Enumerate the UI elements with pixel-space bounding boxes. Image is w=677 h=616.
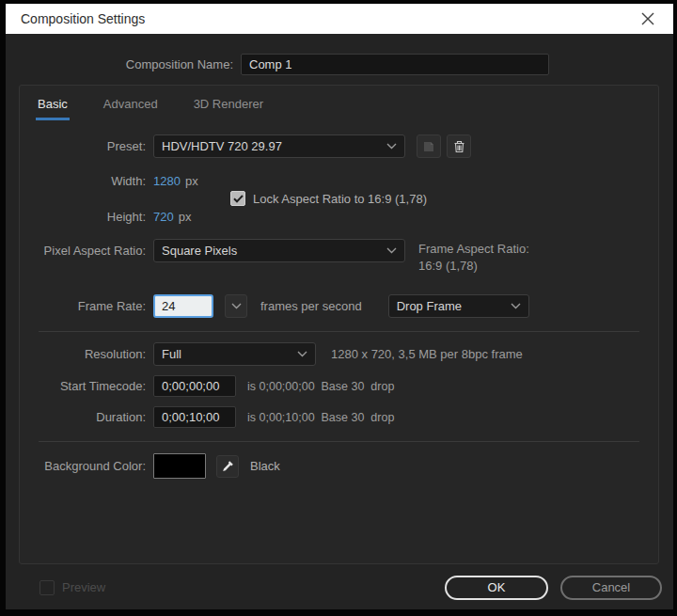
checkmark-icon <box>233 195 244 203</box>
frame-rate-label: Frame Rate: <box>31 299 146 313</box>
background-color-name: Black <box>250 459 280 473</box>
frame-aspect-ratio-label: Frame Aspect Ratio: <box>418 241 529 258</box>
preview-label: Preview <box>62 580 105 594</box>
preset-row: Preset: HDV/HDTV 720 29.97 <box>31 134 647 158</box>
dialog-title: Composition Settings <box>21 11 145 26</box>
frame-aspect-ratio-value: 16:9 (1,78) <box>418 258 529 275</box>
duration-row: Duration: is 0;00;10;00 Base 30 drop <box>31 406 647 428</box>
pixel-aspect-ratio-dropdown[interactable]: Square Pixels <box>153 239 405 262</box>
resolution-value: Full <box>162 347 297 361</box>
composition-name-input[interactable] <box>241 54 549 75</box>
duration-label: Duration: <box>31 410 146 424</box>
tab-bar: Basic Advanced 3D Renderer <box>31 91 647 125</box>
frame-rate-input[interactable] <box>153 294 213 318</box>
preset-value: HDV/HDTV 720 29.97 <box>162 139 386 153</box>
screen: Composition Settings Composition Name: B… <box>0 0 677 616</box>
tab-3d-renderer[interactable]: 3D Renderer <box>192 91 265 118</box>
composition-settings-dialog: Composition Settings Composition Name: B… <box>6 4 673 609</box>
cancel-button[interactable]: Cancel <box>560 576 662 600</box>
composition-name-row: Composition Name: <box>6 53 549 75</box>
frame-rate-row: Frame Rate: frames per second Drop Frame <box>31 294 647 318</box>
resolution-row: Resolution: Full 1280 x 720, 3,5 MB per … <box>31 342 647 366</box>
duration-input[interactable] <box>153 406 236 428</box>
frame-rate-dropdown-button[interactable] <box>225 294 247 318</box>
dialog-footer: Preview OK Cancel <box>6 575 673 600</box>
width-row: Width: 1280 px <box>31 168 230 193</box>
duration-info: is 0;00;10;00 Base 30 drop <box>247 411 394 424</box>
start-timecode-label: Start Timecode: <box>31 379 146 393</box>
delete-preset-button[interactable] <box>447 134 471 158</box>
width-value[interactable]: 1280 <box>153 174 181 188</box>
chevron-down-icon <box>511 303 521 309</box>
resolution-dropdown[interactable]: Full <box>153 342 316 366</box>
background-color-label: Background Color: <box>31 459 146 473</box>
chevron-down-icon <box>386 247 397 254</box>
settings-panel: Basic Advanced 3D Renderer Preset: HDV/H… <box>19 85 659 564</box>
width-label: Width: <box>31 174 146 188</box>
dimensions-column: Width: 1280 px Height: 720 px <box>31 168 230 229</box>
start-timecode-info: is 0;00;00;00 Base 30 drop <box>247 380 394 393</box>
start-timecode-input[interactable] <box>153 375 236 397</box>
trash-icon <box>453 140 465 153</box>
pixel-aspect-ratio-row: Pixel Aspect Ratio: Square Pixels Frame … <box>31 239 647 275</box>
pixel-aspect-ratio-label: Pixel Aspect Ratio: <box>31 239 146 262</box>
dialog-body: Composition Name: Basic Advanced 3D Rend… <box>6 34 673 609</box>
section-divider <box>39 331 639 332</box>
lock-aspect-label: Lock Aspect Ratio to 16:9 (1,78) <box>253 192 427 206</box>
tab-basic[interactable]: Basic <box>36 91 70 120</box>
composition-name-label: Composition Name: <box>6 57 233 71</box>
frame-aspect-ratio-info: Frame Aspect Ratio: 16:9 (1,78) <box>418 239 529 275</box>
height-label: Height: <box>31 210 146 224</box>
lock-aspect-checkbox[interactable] <box>230 191 245 206</box>
tab-advanced[interactable]: Advanced <box>102 91 160 118</box>
preset-dropdown[interactable]: HDV/HDTV 720 29.97 <box>153 134 405 158</box>
drop-frame-dropdown[interactable]: Drop Frame <box>388 294 529 318</box>
chevron-down-icon <box>231 303 242 309</box>
chevron-down-icon <box>297 351 307 357</box>
resolution-info: 1280 x 720, 3,5 MB per 8bpc frame <box>331 347 523 361</box>
drop-frame-value: Drop Frame <box>397 299 511 313</box>
eyedropper-icon <box>221 460 234 473</box>
preview-wrap: Preview <box>39 580 105 595</box>
resolution-label: Resolution: <box>31 347 146 361</box>
pixel-aspect-ratio-value: Square Pixels <box>162 244 386 258</box>
dimensions-block: Width: 1280 px Height: 720 px <box>31 168 647 229</box>
footer-buttons: OK Cancel <box>445 576 662 600</box>
height-row: Height: 720 px <box>31 204 230 229</box>
preview-checkbox[interactable] <box>39 580 55 595</box>
height-unit: px <box>179 210 192 224</box>
close-icon[interactable] <box>638 8 658 29</box>
lock-aspect-wrap: Lock Aspect Ratio to 16:9 (1,78) <box>230 191 427 206</box>
frames-per-second-label: frames per second <box>260 299 362 313</box>
preset-label: Preset: <box>31 139 146 153</box>
start-timecode-row: Start Timecode: is 0;00;00;00 Base 30 dr… <box>31 375 647 397</box>
save-preset-icon <box>422 140 435 153</box>
width-unit: px <box>185 174 198 188</box>
ok-button[interactable]: OK <box>445 576 548 600</box>
background-color-row: Background Color: Black <box>31 453 647 479</box>
height-value[interactable]: 720 <box>153 210 174 224</box>
background-color-swatch[interactable] <box>153 453 206 479</box>
save-preset-button[interactable] <box>417 134 441 158</box>
eyedropper-button[interactable] <box>216 455 239 478</box>
chevron-down-icon <box>386 143 397 150</box>
section-divider <box>39 441 639 442</box>
dialog-titlebar: Composition Settings <box>6 4 673 34</box>
